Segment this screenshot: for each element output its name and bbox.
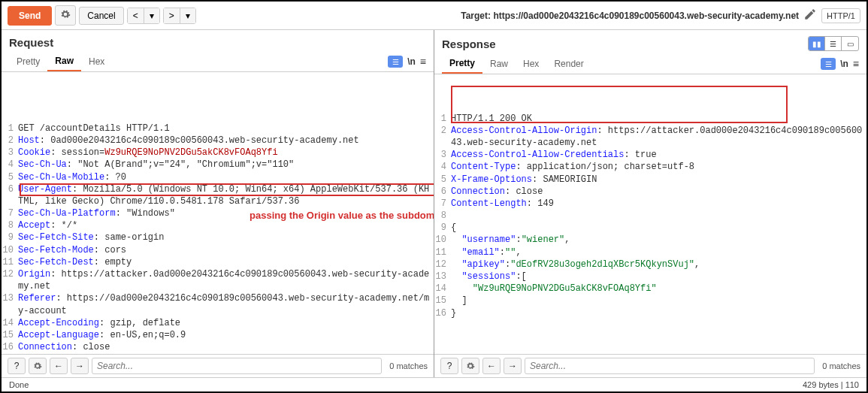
line-number: 9 <box>2 231 18 243</box>
code-line: 14Accept-Encoding: gzip, deflate <box>2 317 434 329</box>
resp-footer-settings-button[interactable] <box>461 358 479 374</box>
line-content: } <box>451 307 866 319</box>
code-line: 3Access-Control-Allow-Credentials: true <box>434 149 866 161</box>
actions-icon[interactable]: ☰ <box>388 56 403 68</box>
line-number: 10 <box>2 244 18 256</box>
gear-icon <box>60 9 71 20</box>
line-number: 4 <box>434 161 451 173</box>
line-content: Access-Control-Allow-Origin: https://att… <box>451 125 866 149</box>
line-content: Referer: https://0ad000e2043216c4c090189… <box>18 292 434 316</box>
response-search-input[interactable] <box>525 358 815 374</box>
tab-pretty[interactable]: Pretty <box>9 53 47 71</box>
code-line: 17 <box>2 353 434 354</box>
line-content <box>18 353 434 354</box>
line-content: Sec-Fetch-Mode: cors <box>18 244 434 256</box>
view-columns-icon[interactable]: ▮▮ <box>809 37 825 50</box>
options-icon[interactable]: ≡ <box>420 56 426 68</box>
tab-resp-hex[interactable]: Hex <box>516 55 546 73</box>
code-line: 9Sec-Fetch-Site: same-origin <box>2 231 434 243</box>
panes-container: Request Pretty Raw Hex ☰ \n ≡ 1GET /acco… <box>2 30 866 377</box>
line-number: 13 <box>434 271 451 283</box>
tab-resp-raw[interactable]: Raw <box>482 55 516 73</box>
code-line: 13 "sessions":[ <box>434 271 866 283</box>
line-number: 12 <box>434 258 451 271</box>
line-content: Sec-Ch-Ua-Platform: "Windows" <box>18 207 434 219</box>
resp-options-icon[interactable]: ≡ <box>853 58 859 70</box>
line-number: 8 <box>2 219 18 231</box>
line-content: Accept-Language: en-US,en;q=0.9 <box>18 329 434 341</box>
code-line: 9{ <box>434 222 866 234</box>
code-line: 4Content-Type: application/json; charset… <box>434 161 866 173</box>
history-back-button[interactable]: < <box>128 8 144 23</box>
history-forward-button[interactable]: > <box>164 8 180 23</box>
line-content: Accept-Encoding: gzip, deflate <box>18 317 434 329</box>
line-number: 15 <box>434 295 451 307</box>
code-line: 2Host: 0ad000e2043216c4c090189c00560043.… <box>2 135 434 147</box>
line-content: "email":"", <box>451 246 866 258</box>
tab-hex[interactable]: Hex <box>81 53 112 71</box>
send-button[interactable]: Send <box>8 6 52 26</box>
line-number: 6 <box>2 183 18 207</box>
resp-newline-toggle[interactable]: \n <box>840 59 848 69</box>
settings-button[interactable] <box>55 5 76 26</box>
line-number: 6 <box>434 186 451 198</box>
code-line: 7Content-Length: 149 <box>434 198 866 210</box>
help-button[interactable]: ? <box>8 358 26 374</box>
tab-raw[interactable]: Raw <box>47 52 81 71</box>
response-viewer[interactable]: 1HTTP/1.1 200 OK2Access-Control-Allow-Or… <box>434 74 866 354</box>
http-version-selector[interactable]: HTTP/1 <box>821 8 860 23</box>
line-number: 7 <box>2 207 18 219</box>
resp-next-match-button[interactable]: → <box>504 358 522 374</box>
line-content <box>451 210 866 222</box>
prev-match-button[interactable]: ← <box>50 358 68 374</box>
edit-target-button[interactable] <box>803 8 817 23</box>
code-line: 8 <box>434 210 866 222</box>
line-content: HTTP/1.1 200 OK <box>451 113 866 125</box>
code-line: 10 "username":"wiener", <box>434 234 866 246</box>
footer-settings-button[interactable] <box>29 358 47 374</box>
code-line: 3Cookie: session=Wz9uRQE9NoPNV2DGu5akCK8… <box>2 147 434 159</box>
line-content: Content-Length: 149 <box>451 198 866 210</box>
code-line: 13Referer: https://0ad000e2043216c4c0901… <box>2 292 434 316</box>
response-match-count: 0 matches <box>822 361 860 370</box>
line-content: Cookie: session=Wz9uRQE9NoPNV2DGu5akCK8v… <box>18 147 434 159</box>
view-rows-icon[interactable]: ☰ <box>825 37 842 50</box>
code-line: 11 "email":"", <box>434 246 866 258</box>
tab-resp-pretty[interactable]: Pretty <box>442 54 482 74</box>
resp-actions-icon[interactable]: ☰ <box>821 58 836 70</box>
response-title: Response <box>442 38 496 50</box>
line-content: Host: 0ad000e2043216c4c090189c00560043.w… <box>18 135 434 147</box>
line-content: Sec-Fetch-Site: same-origin <box>18 231 434 243</box>
history-forward-dropdown-button[interactable]: ▾ <box>180 8 195 23</box>
gear-icon <box>466 361 475 370</box>
line-number: 14 <box>434 283 451 295</box>
next-match-button[interactable]: → <box>71 358 89 374</box>
gear-icon <box>33 361 42 370</box>
view-toggle[interactable]: ▮▮ ☰ ▭ <box>808 36 859 51</box>
tab-resp-render[interactable]: Render <box>546 55 591 73</box>
code-line: 5X-Frame-Options: SAMEORIGIN <box>434 174 866 186</box>
code-line: 11Sec-Fetch-Dest: empty <box>2 256 434 268</box>
line-content: Connection: close <box>18 341 434 353</box>
line-content: GET /accountDetails HTTP/1.1 <box>18 122 434 135</box>
line-content: User-Agent: Mozilla/5.0 (Windows NT 10.0… <box>18 183 434 207</box>
line-number: 5 <box>434 174 451 186</box>
code-line: 12Origin: https://attacker.0ad000e204321… <box>2 268 434 292</box>
target-label: Target: https://0ad000e2043216c4c090189c… <box>461 11 799 21</box>
code-line: 15Accept-Language: en-US,en;q=0.9 <box>2 329 434 341</box>
cancel-button[interactable]: Cancel <box>79 7 123 25</box>
code-line: 10Sec-Fetch-Mode: cors <box>2 244 434 256</box>
request-match-count: 0 matches <box>389 361 428 370</box>
line-content: Sec-Ch-Ua: "Not A(Brand";v="24", "Chromi… <box>18 159 434 171</box>
newline-toggle[interactable]: \n <box>407 56 416 67</box>
resp-prev-match-button[interactable]: ← <box>482 358 501 374</box>
view-single-icon[interactable]: ▭ <box>842 37 858 50</box>
request-editor[interactable]: 1GET /accountDetails HTTP/1.12Host: 0ad0… <box>2 72 434 354</box>
resp-help-button[interactable]: ? <box>440 358 458 374</box>
line-number: 8 <box>434 210 451 222</box>
line-content: "username":"wiener", <box>451 234 866 246</box>
request-search-input[interactable] <box>92 358 382 374</box>
status-right: 429 bytes | 110 <box>803 380 859 389</box>
line-content: Sec-Fetch-Dest: empty <box>18 256 434 268</box>
history-dropdown-button[interactable]: ▾ <box>144 8 159 23</box>
